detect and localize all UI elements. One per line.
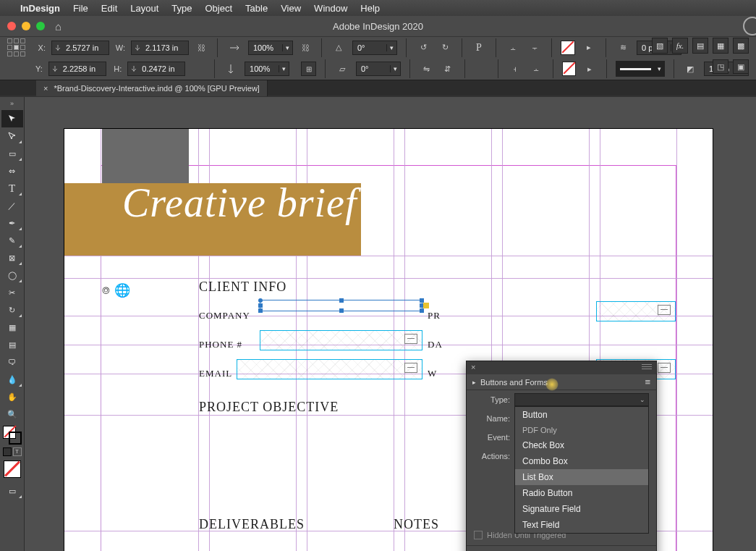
align-panel-icon[interactable]: ⫠	[505, 41, 521, 55]
paragraph-style-icon[interactable]: P	[471, 41, 487, 55]
type-dropdown-menu: Button PDF Only Check Box Combo Box List…	[514, 406, 649, 534]
panel-menu-icon[interactable]: ≡	[645, 377, 650, 387]
document-tab-strip: × *Brand-Discovery-Interactive.indd @ 10…	[0, 80, 756, 96]
reference-point-grid[interactable]	[7, 38, 25, 56]
type-dropdown[interactable]: ⌄ Button PDF Only Check Box Combo Box Li…	[514, 393, 649, 406]
corner-options-icon[interactable]: ◳	[713, 59, 729, 74]
document-tab[interactable]: × *Brand-Discovery-Interactive.indd @ 10…	[36, 80, 268, 96]
y-field[interactable]	[48, 62, 106, 76]
app-menu[interactable]: InDesign	[20, 3, 60, 14]
selected-object[interactable]	[260, 300, 422, 311]
line-tool[interactable]: ／	[1, 197, 23, 214]
type-option-combobox[interactable]: Combo Box	[515, 453, 648, 469]
frame-fit-icon[interactable]: ▣	[733, 59, 749, 74]
type-option-checkbox[interactable]: Check Box	[515, 437, 648, 453]
menu-type[interactable]: Type	[171, 3, 192, 14]
rotate-dropdown[interactable]: 0°▾	[352, 41, 397, 55]
stroke-menu-arrow-icon[interactable]: ▸	[582, 62, 597, 76]
flip-v-icon[interactable]: ⇵	[440, 62, 455, 76]
format-container-text-toggle[interactable]: T	[3, 447, 22, 456]
minimize-window-button[interactable]	[22, 22, 30, 30]
type-option-listbox[interactable]: List Box	[515, 469, 648, 485]
constrain-wh-icon[interactable]: ⛓	[198, 43, 205, 52]
form-text-field[interactable]	[260, 330, 422, 350]
stroke-style-dropdown[interactable]: ▾	[616, 61, 665, 77]
stroke-none-swatch[interactable]	[562, 62, 576, 76]
rectangle-frame-tool[interactable]: ⊠	[1, 249, 23, 266]
menu-object[interactable]: Object	[205, 3, 233, 14]
page-tool[interactable]: ▭	[1, 145, 23, 162]
zoom-tool[interactable]: 🔍	[1, 405, 23, 423]
type-option-textfield[interactable]: Text Field	[515, 517, 648, 533]
instagram-icon[interactable]: ⌾	[102, 282, 110, 298]
constrain-scale-icon[interactable]: ⛓	[302, 43, 310, 52]
form-text-field[interactable]	[237, 359, 422, 379]
distribute-h-icon[interactable]: ⫞	[507, 62, 522, 76]
menu-layout[interactable]: Layout	[130, 3, 158, 14]
scale-x-dropdown[interactable]: 100%▾	[248, 41, 293, 55]
zoom-window-button[interactable]	[36, 22, 45, 30]
ellipse-tool[interactable]: ◯	[1, 266, 23, 284]
rotate-ccw-icon[interactable]: ↺	[415, 41, 431, 55]
distribute-v-icon[interactable]: ⫠	[528, 62, 543, 76]
note-tool[interactable]: 🗨	[1, 353, 23, 371]
opacity-icon: ◩	[683, 62, 698, 76]
workspace-switch-icon[interactable]	[743, 17, 756, 35]
label-y: Y:	[33, 64, 43, 73]
menu-help[interactable]: Help	[360, 3, 380, 14]
x-field[interactable]	[51, 41, 109, 55]
globe-icon[interactable]: 🌐	[114, 282, 130, 298]
scale-y-dropdown[interactable]: 100%▾	[245, 62, 289, 76]
panel-drag-bar[interactable]: ×	[467, 361, 656, 374]
selection-tool[interactable]	[1, 110, 23, 127]
text-wrap-none-icon[interactable]: ▤	[692, 38, 708, 54]
type-tool[interactable]: T	[1, 180, 23, 197]
menu-file[interactable]: File	[73, 3, 88, 14]
hand-tool[interactable]: ✋	[1, 388, 23, 405]
panel-title: Buttons and Forms	[480, 378, 548, 387]
type-option-radio[interactable]: Radio Button	[515, 485, 648, 501]
buttons-forms-panel[interactable]: × ▸ Buttons and Forms ≡ Type: ⌄ Button P…	[466, 361, 657, 551]
pen-tool[interactable]: ✒	[1, 214, 23, 232]
panel-grip-icon[interactable]	[642, 364, 652, 370]
scissors-tool[interactable]: ✂	[1, 284, 23, 301]
pencil-tool[interactable]: ✎	[1, 232, 23, 249]
panel-expand-icon[interactable]: ▸	[472, 379, 476, 386]
menu-table[interactable]: Table	[245, 3, 268, 14]
type-option-button[interactable]: Button	[515, 407, 648, 423]
gap-tool[interactable]: ⇔	[1, 162, 23, 180]
fill-menu-arrow-icon[interactable]: ▸	[581, 41, 597, 55]
fill-stroke-proxy[interactable]	[3, 426, 22, 445]
gradient-swatch-tool[interactable]: ▦	[1, 319, 23, 336]
flip-h-icon[interactable]: ⇋	[419, 62, 434, 76]
apply-none-icon[interactable]	[4, 460, 21, 478]
rotate-cw-icon[interactable]: ↻	[437, 41, 453, 55]
text-wrap-bbox-icon[interactable]: ▦	[713, 38, 729, 54]
autofit-icon[interactable]: ⊞	[301, 62, 316, 76]
type-option-signature[interactable]: Signature Field	[515, 501, 648, 517]
w-field[interactable]	[131, 41, 189, 55]
drop-shadow-icon[interactable]: ▧	[652, 38, 668, 54]
menu-view[interactable]: View	[281, 3, 301, 14]
tools-collapse-icon[interactable]: »	[10, 100, 14, 107]
close-tab-icon[interactable]: ×	[43, 84, 48, 93]
free-transform-tool[interactable]: ↻	[1, 301, 23, 319]
form-text-field[interactable]	[596, 301, 676, 321]
fx-icon[interactable]: fx.	[672, 38, 688, 54]
align-edges-icon[interactable]: ⫟	[527, 41, 543, 55]
fill-none-swatch[interactable]	[561, 41, 575, 55]
shear-dropdown[interactable]: 0°▾	[356, 62, 401, 76]
menu-window[interactable]: Window	[314, 3, 347, 14]
close-window-button[interactable]	[7, 22, 16, 30]
screen-mode-icon[interactable]: ▭	[1, 482, 23, 500]
text-wrap-shape-icon[interactable]: ▩	[733, 38, 749, 54]
gradient-feather-tool[interactable]: ▤	[1, 336, 23, 353]
direct-selection-tool[interactable]	[1, 127, 23, 145]
h-field[interactable]	[127, 62, 185, 76]
canvas[interactable]: Creative brief ⌾ 🌐 CLIENT INFO COMPANY P…	[25, 97, 756, 551]
panel-close-icon[interactable]: ×	[471, 363, 475, 371]
menu-edit[interactable]: Edit	[101, 3, 117, 14]
rotate-angle-icon: △	[331, 41, 347, 55]
eyedropper-tool[interactable]: 💧	[1, 371, 23, 388]
home-icon[interactable]: ⌂	[55, 20, 61, 33]
